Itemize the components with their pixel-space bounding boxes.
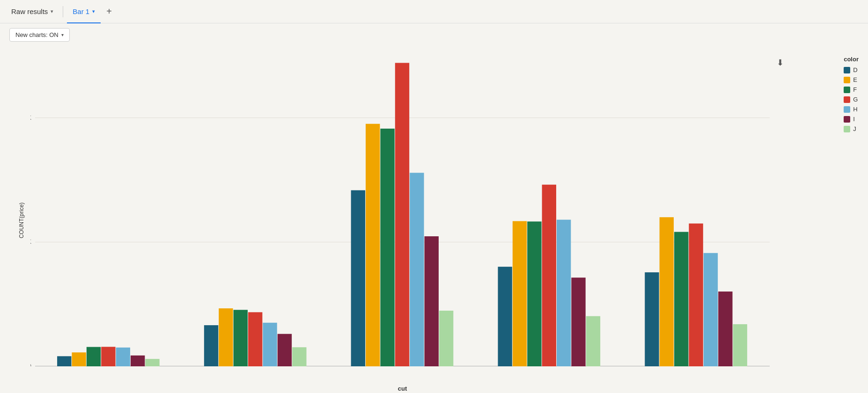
legend-title: color — [844, 56, 859, 63]
new-charts-toggle[interactable]: New charts: ON ▾ — [9, 28, 70, 42]
bar-ideal-i[interactable] — [425, 236, 439, 366]
new-charts-label: New charts: ON — [15, 31, 59, 38]
legend-item-e: E — [844, 76, 859, 83]
legend-item-f: F — [844, 86, 859, 93]
tab-bar: Raw results ▾ Bar 1 ▾ + — [0, 0, 868, 23]
bar-good-d[interactable] — [204, 325, 218, 366]
legend-swatch-j — [844, 126, 850, 132]
bar-ideal-f[interactable] — [380, 129, 394, 366]
bar-ideal-g[interactable] — [395, 63, 409, 366]
bar-ideal-h[interactable] — [410, 173, 424, 366]
bar-good-e[interactable] — [219, 308, 233, 366]
chart-container: COUNT(price) ⬇ color DEFGHIJ 02K4KFairGo… — [0, 46, 868, 393]
bar-good-f[interactable] — [234, 310, 248, 366]
legend-item-g: G — [844, 96, 859, 103]
bar-fair-f[interactable] — [87, 347, 101, 366]
bar-fair-e[interactable] — [72, 352, 86, 366]
bar-premium-e[interactable] — [513, 221, 527, 366]
bar-very-good-h[interactable] — [704, 253, 718, 366]
bar-very-good-e[interactable] — [660, 217, 674, 366]
legend: color DEFGHIJ — [844, 56, 859, 135]
bar-good-g[interactable] — [248, 312, 262, 366]
tab-raw-results-label: Raw results — [11, 7, 48, 15]
x-axis-title: cut — [30, 385, 774, 392]
tab-raw-results-chevron: ▾ — [51, 8, 53, 15]
legend-item-j: J — [844, 125, 859, 132]
tab-divider — [63, 6, 63, 17]
tab-bar1[interactable]: Bar 1 ▾ — [67, 0, 101, 23]
tab-add-button[interactable]: + — [103, 0, 116, 23]
bar-chart: 02K4KFairGoodIdealPremiumVery Good — [30, 56, 774, 366]
legend-swatch-e — [844, 77, 850, 83]
bar-premium-f[interactable] — [527, 221, 541, 366]
legend-swatch-h — [844, 106, 850, 113]
bar-very-good-d[interactable] — [645, 272, 659, 366]
bar-premium-d[interactable] — [498, 267, 512, 366]
tab-bar1-chevron: ▾ — [92, 8, 95, 15]
tab-bar1-label: Bar 1 — [73, 7, 89, 15]
legend-swatch-f — [844, 87, 850, 93]
new-charts-chevron: ▾ — [61, 32, 64, 37]
legend-swatch-i — [844, 116, 850, 123]
bar-very-good-i[interactable] — [718, 291, 732, 366]
toolbar: New charts: ON ▾ — [0, 23, 868, 46]
bar-premium-h[interactable] — [557, 220, 571, 366]
bar-very-good-g[interactable] — [689, 224, 703, 366]
svg-text:2K: 2K — [30, 239, 31, 245]
bar-fair-i[interactable] — [131, 356, 145, 366]
bar-premium-g[interactable] — [542, 185, 556, 366]
legend-item-i: I — [844, 116, 859, 123]
bar-good-j[interactable] — [292, 347, 306, 366]
bar-ideal-j[interactable] — [439, 311, 453, 366]
bar-ideal-e[interactable] — [366, 124, 380, 366]
bar-fair-g[interactable] — [101, 347, 115, 366]
legend-item-d: D — [844, 66, 859, 73]
bar-very-good-f[interactable] — [674, 232, 688, 366]
tab-raw-results[interactable]: Raw results ▾ — [6, 0, 59, 23]
bar-good-i[interactable] — [278, 334, 292, 366]
bar-good-h[interactable] — [263, 323, 277, 366]
bar-very-good-j[interactable] — [733, 324, 747, 366]
bar-ideal-d[interactable] — [351, 190, 365, 366]
svg-text:4K: 4K — [30, 115, 31, 121]
bar-premium-i[interactable] — [571, 277, 585, 366]
bar-fair-h[interactable] — [116, 348, 130, 366]
svg-text:0: 0 — [30, 363, 31, 366]
bar-fair-d[interactable] — [57, 356, 71, 366]
y-axis-title: COUNT(price) — [18, 203, 25, 239]
download-icon[interactable]: ⬇ — [777, 58, 784, 68]
legend-item-h: H — [844, 106, 859, 113]
legend-swatch-d — [844, 67, 850, 73]
legend-swatch-g — [844, 96, 850, 103]
bar-premium-j[interactable] — [586, 316, 600, 366]
bar-fair-j[interactable] — [145, 359, 159, 366]
